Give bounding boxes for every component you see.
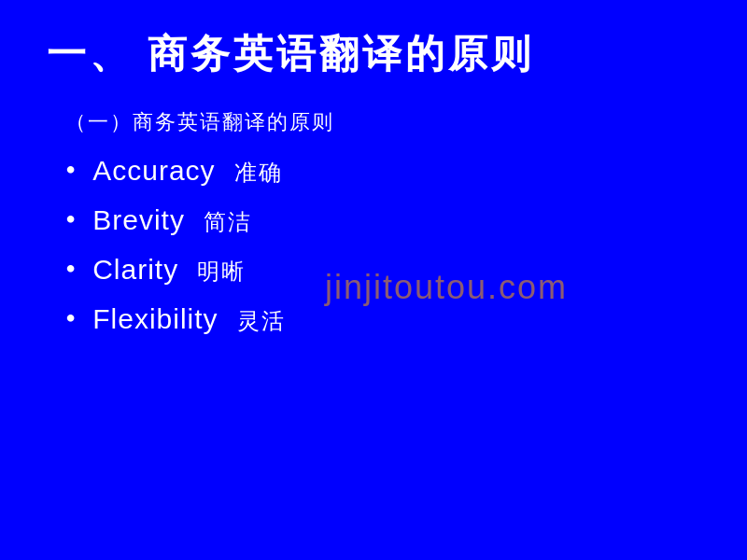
bullet-item-3: •Flexibility灵活 bbox=[65, 303, 700, 336]
slide-title: 一、 商务英语翻译的原则 bbox=[47, 28, 700, 80]
english-term-3: Flexibility bbox=[92, 303, 218, 335]
english-term-1: Brevity bbox=[92, 204, 185, 236]
bullet-dot-2: • bbox=[65, 254, 76, 284]
chinese-term-1: 简洁 bbox=[204, 207, 252, 237]
english-term-0: Accuracy bbox=[92, 155, 215, 187]
english-term-2: Clarity bbox=[92, 254, 178, 286]
slide: 一、 商务英语翻译的原则 （一）商务英语翻译的原则 •Accuracy准确•Br… bbox=[0, 0, 747, 560]
bullet-dot-3: • bbox=[65, 303, 76, 333]
bullet-list: •Accuracy准确•Brevity简洁•Clarity明晰•Flexibil… bbox=[65, 155, 700, 336]
slide-subtitle: （一）商务英语翻译的原则 bbox=[65, 108, 700, 136]
chinese-term-2: 明晰 bbox=[197, 257, 246, 287]
bullet-item-0: •Accuracy准确 bbox=[65, 155, 700, 188]
bullet-item-2: •Clarity明晰 bbox=[65, 254, 700, 287]
chinese-term-0: 准确 bbox=[234, 158, 283, 188]
bullet-dot-1: • bbox=[65, 204, 76, 234]
chinese-term-3: 灵活 bbox=[237, 306, 286, 336]
bullet-item-1: •Brevity简洁 bbox=[65, 204, 700, 237]
bullet-dot-0: • bbox=[65, 155, 76, 185]
